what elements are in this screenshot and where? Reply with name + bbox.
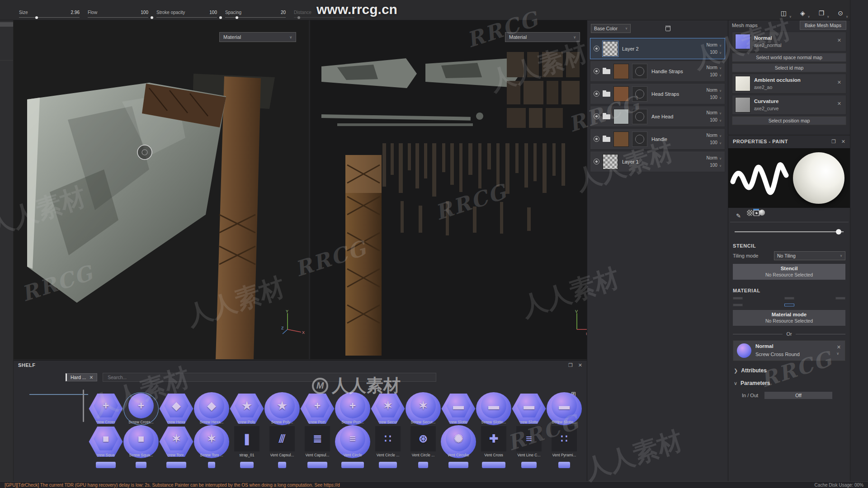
shelf-item[interactable]: ❚ strap_01 — [229, 425, 264, 458]
layer-thumbnail[interactable] — [613, 64, 629, 79]
viewport3d-material-mode-select[interactable]: Material∨ — [219, 32, 296, 42]
shelf-item[interactable]: ◆ Screw Hexa... — [194, 392, 229, 425]
layer-thumbnail[interactable] — [603, 41, 618, 56]
blend-mode-select[interactable]: Norm∨ — [695, 42, 722, 49]
projection-tool-icon[interactable] — [0, 31, 13, 36]
shelf-item[interactable]: ✶ Screw Secur... — [406, 392, 441, 425]
layer-mask-thumbnail[interactable] — [632, 131, 647, 147]
material-channel-toggle[interactable] — [733, 304, 743, 306]
shelf-item[interactable]: ≡ Vent Circle — [335, 425, 370, 458]
bake-mesh-maps-button[interactable]: Bake Mesh Maps — [800, 21, 846, 30]
history-tool-icon[interactable] — [0, 67, 13, 72]
Handle[interactable]: Handle Norm∨ 100∨ — [590, 128, 725, 150]
shelf-item[interactable]: ∷ Vent Pyrami... — [547, 425, 582, 458]
stencil-resource-button[interactable]: Stencil No Resource Selected — [733, 264, 845, 280]
viewport2d-material-mode-select[interactable]: Material∨ — [505, 32, 580, 42]
photoshop-export-icon[interactable] — [0, 76, 13, 81]
opacity-select[interactable]: 100∨ — [695, 71, 722, 79]
layer-thumbnail[interactable] — [603, 154, 618, 169]
ao-map-entry[interactable]: Ambient occlusionaxe2_ao ✕ — [732, 74, 846, 94]
float-panel-icon[interactable]: ❐ — [568, 362, 573, 368]
select-world-normal-button[interactable]: Select world space normal map — [732, 53, 846, 62]
close-icon[interactable]: ✕ — [578, 362, 582, 368]
channel-filter-select[interactable]: Base Color∨ — [591, 24, 631, 33]
paint-tool-icon[interactable] — [0, 22, 13, 27]
shelf-item[interactable]: ■ Screw Squa... — [123, 425, 159, 458]
blend-mode-select[interactable]: Norm∨ — [695, 155, 722, 162]
remove-resource-icon[interactable]: ✕ — [837, 344, 841, 350]
clone-tool-icon[interactable] — [0, 45, 13, 49]
blend-mode-select[interactable]: Norm∨ — [695, 87, 722, 94]
visibility-eye-icon[interactable] — [594, 46, 599, 52]
material-mode-button[interactable]: Material mode No Resource Selected — [733, 310, 845, 326]
shelf-item[interactable]: + Screw Pozi... — [300, 392, 335, 425]
smudge-tool-icon[interactable] — [0, 40, 13, 45]
normal-map-entry[interactable]: Normalaxe2_normal ✕ — [732, 32, 846, 52]
layer-thumbnail[interactable] — [613, 109, 629, 124]
shelf-item[interactable]: ≡ Vent Line C... — [511, 425, 547, 458]
snapshot-camera-icon[interactable]: ⊙∨ — [838, 9, 843, 17]
Handle Straps[interactable]: Handle Straps Norm∨ 100∨ — [590, 61, 725, 82]
tiling-mode-select[interactable]: No Tiling∨ — [774, 251, 845, 260]
opacity-slider[interactable] — [735, 229, 844, 235]
Head Straps[interactable]: Head Straps Norm∨ 100∨ — [590, 83, 725, 104]
blend-mode-select[interactable]: Norm∨ — [695, 132, 722, 139]
alpha-tab-icon[interactable] — [747, 210, 753, 216]
shelf-item[interactable]: + Screw Cross... — [123, 392, 159, 425]
slider-knob[interactable] — [151, 16, 153, 19]
in-out-toggle-button[interactable]: Off — [764, 392, 832, 399]
toolbar-slider-field[interactable]: Distance 8 — [292, 9, 361, 19]
parameters-section-toggle[interactable]: ∨Parameters — [734, 380, 844, 386]
blend-mode-select[interactable]: Norm∨ — [695, 64, 722, 71]
curvature-map-entry[interactable]: Curvatureaxe2_curve ✕ — [732, 95, 846, 115]
visibility-eye-icon[interactable] — [594, 136, 599, 142]
slider-track[interactable] — [88, 17, 148, 18]
normal-resource-select[interactable]: Screw Cross Round∨ — [755, 352, 839, 357]
attributes-section-toggle[interactable]: ❯Attributes — [734, 367, 844, 374]
shelf-item[interactable]: + Screw Cross... — [88, 392, 123, 425]
opacity-select[interactable]: 100∨ — [695, 94, 722, 101]
chip-close-icon[interactable]: ✕ — [89, 375, 93, 380]
float-panel-icon[interactable]: ❐ — [831, 139, 836, 145]
effects-tool-icon[interactable] — [0, 60, 13, 67]
polygon-fill-tool-icon[interactable] — [0, 36, 13, 40]
shelf-search-input[interactable] — [103, 373, 436, 382]
brush-tab-icon[interactable]: ✎ — [730, 210, 747, 222]
shelf-item[interactable]: ▬ Screw Slotte... — [441, 392, 476, 425]
shelf-item[interactable]: ✺ Vent Circular — [441, 425, 476, 458]
slider-track[interactable] — [156, 17, 217, 18]
close-icon[interactable]: ✕ — [841, 139, 845, 145]
visibility-eye-icon[interactable] — [594, 159, 599, 164]
shelf-item[interactable]: ▬ Screw Slotte... — [476, 392, 511, 425]
viewport-2d[interactable]: Material∨ V U — [310, 20, 587, 359]
Layer 1[interactable]: Layer 1 Norm∨ 100∨ — [590, 151, 725, 172]
substance-source-icon[interactable] — [0, 85, 13, 90]
shelf-item[interactable]: ✶ Screw Torx ... — [159, 425, 194, 458]
layer-mask-thumbnail[interactable] — [632, 109, 647, 124]
Layer 2[interactable]: Layer 2 Norm∨ 100∨ — [590, 38, 725, 59]
shelf-item[interactable]: ⫻ Vent Capsul... — [264, 425, 300, 458]
material-tab-icon[interactable] — [759, 210, 765, 216]
shelf-item[interactable]: ★ Screw Poly... — [264, 392, 300, 425]
material-channel-toggle[interactable] — [835, 297, 845, 300]
slider-knob[interactable] — [35, 16, 38, 19]
layer-mask-thumbnail[interactable] — [632, 86, 647, 102]
shelf-item[interactable]: ⊛ Vent Circle ... — [406, 425, 441, 458]
material-picker-tool-icon[interactable] — [0, 49, 13, 54]
shelf-item[interactable]: ■ Screw Squa... — [88, 425, 123, 458]
opacity-select[interactable]: 100∨ — [695, 139, 722, 146]
filter-chip[interactable]: Hard ...✕ — [66, 373, 97, 381]
shelf-item[interactable]: ★ Screw Poly... — [229, 392, 264, 425]
slider-track[interactable] — [19, 17, 80, 18]
delete-layer-icon[interactable] — [665, 26, 670, 31]
slider-track[interactable] — [294, 17, 354, 18]
normal-resource-row[interactable]: Normal Screw Cross Round∨ ✕ — [733, 340, 845, 361]
toolbar-slider-field[interactable]: Spacing 20 — [223, 9, 292, 19]
visibility-eye-icon[interactable] — [594, 91, 599, 97]
extra-tool-icon[interactable] — [0, 72, 13, 76]
shelf-category[interactable] — [29, 397, 96, 398]
export-document-icon[interactable] — [0, 81, 13, 85]
camera-view-icon[interactable]: ❐∨ — [819, 9, 825, 17]
remove-map-icon[interactable]: ✕ — [837, 80, 841, 85]
slider-knob[interactable] — [219, 16, 222, 19]
